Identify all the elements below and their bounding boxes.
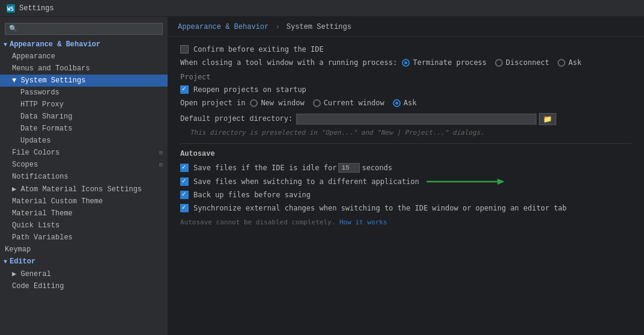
copy-icon: ⊞ bbox=[159, 149, 163, 156]
radio-terminate[interactable]: Terminate process bbox=[402, 58, 487, 67]
save-idle-checkbox[interactable] bbox=[180, 164, 189, 172]
window-title: Settings bbox=[19, 4, 54, 13]
sidebar-item-notifications[interactable]: Notifications bbox=[0, 171, 168, 183]
arrow-indicator-svg bbox=[427, 177, 505, 186]
open-project-radio-group: New window Current window Ask bbox=[250, 99, 416, 107]
sidebar-item-http-proxy[interactable]: HTTP Proxy bbox=[0, 99, 168, 111]
sidebar-item-quick-lists[interactable]: Quick Lists bbox=[0, 220, 168, 232]
sidebar-search-bar bbox=[0, 19, 168, 38]
content-area: Appearance & Behavior › System Settings … bbox=[168, 17, 644, 335]
save-switching-label: Save files when switching to a different… bbox=[193, 177, 419, 186]
reopen-projects-label: Reopen projects on startup bbox=[193, 85, 306, 94]
title-bar: WS Settings bbox=[0, 0, 644, 17]
default-dir-input[interactable] bbox=[296, 114, 536, 124]
sidebar-item-general[interactable]: ▶ General bbox=[0, 268, 168, 280]
sidebar-search-input[interactable] bbox=[5, 23, 163, 35]
copy-icon-2: ⊞ bbox=[159, 161, 163, 168]
radio-disconnect[interactable]: Disconnect bbox=[495, 58, 549, 67]
dir-browse-button[interactable]: 📁 bbox=[539, 113, 556, 125]
autosave-title: Autosave bbox=[180, 150, 632, 158]
save-idle-label: Save files if the IDE is idle for bbox=[193, 164, 336, 172]
sidebar-item-file-colors[interactable]: File Colors ⊞ bbox=[0, 147, 168, 159]
confirm-exit-checkbox[interactable] bbox=[180, 45, 189, 54]
tool-window-label: When closing a tool window with a runnin… bbox=[180, 58, 397, 67]
confirm-exit-row: Confirm before exiting the IDE bbox=[180, 45, 632, 54]
open-project-label: Open project in bbox=[180, 99, 245, 107]
save-idle-row: Save files if the IDE is idle for second… bbox=[180, 163, 632, 173]
default-dir-label: Default project directory: bbox=[180, 115, 293, 123]
radio-label-ask-tool: Ask bbox=[568, 58, 582, 67]
sidebar-item-passwords[interactable]: Passwords bbox=[0, 87, 168, 99]
sidebar-item-updates[interactable]: Updates bbox=[0, 135, 168, 147]
radio-label-current-window: Current window bbox=[324, 99, 384, 107]
radio-ask-tool[interactable]: Ask bbox=[557, 58, 582, 67]
sidebar-item-appearance[interactable]: Appearance bbox=[0, 51, 168, 63]
reopen-projects-checkbox[interactable] bbox=[180, 85, 189, 94]
open-project-row: Open project in New window Current windo… bbox=[180, 99, 632, 107]
bottom-note-text: Autosave cannot be disabled completely. bbox=[180, 218, 335, 226]
breadcrumb-separator: › bbox=[275, 23, 279, 31]
radio-btn-ask-project bbox=[393, 99, 401, 107]
radio-btn-new-window bbox=[250, 99, 258, 107]
sidebar-item-menus-toolbars[interactable]: Menus and Toolbars bbox=[0, 63, 168, 75]
sidebar-item-date-formats[interactable]: Date Formats bbox=[0, 123, 168, 135]
sidebar-item-path-variables[interactable]: Path Variables bbox=[0, 232, 168, 244]
radio-new-window[interactable]: New window bbox=[250, 99, 304, 107]
save-switching-checkbox[interactable] bbox=[180, 177, 189, 186]
sidebar-item-data-sharing[interactable]: Data Sharing bbox=[0, 111, 168, 123]
sidebar-item-scopes[interactable]: Scopes ⊞ bbox=[0, 159, 168, 171]
sidebar-item-code-editing[interactable]: Code Editing bbox=[0, 280, 168, 292]
radio-current-window[interactable]: Current window bbox=[313, 99, 384, 107]
sidebar-item-material-custom-theme[interactable]: Material Custom Theme bbox=[0, 195, 168, 207]
sidebar-item-keymap[interactable]: Keymap bbox=[0, 244, 168, 256]
how-it-works-link[interactable]: How it works bbox=[339, 218, 387, 226]
sidebar-section-editor[interactable]: ▼ Editor bbox=[0, 256, 168, 268]
default-dir-row: Default project directory: 📁 bbox=[180, 113, 632, 125]
tool-window-row: When closing a tool window with a runnin… bbox=[180, 58, 632, 67]
sync-external-label: Synchronize external changes when switch… bbox=[193, 204, 567, 212]
arrow-indicator-container bbox=[427, 177, 505, 186]
backup-checkbox[interactable] bbox=[180, 191, 189, 199]
save-idle-unit: seconds bbox=[362, 164, 392, 172]
radio-btn-disconnect bbox=[495, 59, 503, 67]
reopen-projects-row: Reopen projects on startup bbox=[180, 85, 632, 94]
tool-window-radio-group: Terminate process Disconnect Ask bbox=[402, 58, 582, 67]
radio-ask-project[interactable]: Ask bbox=[393, 99, 417, 107]
radio-label-disconnect: Disconnect bbox=[506, 58, 549, 67]
svg-text:WS: WS bbox=[7, 6, 14, 12]
breadcrumb: Appearance & Behavior › System Settings bbox=[168, 17, 644, 37]
bottom-note: Autosave cannot be disabled completely. … bbox=[180, 218, 632, 226]
settings-panel: Confirm before exiting the IDE When clos… bbox=[168, 37, 644, 235]
radio-label-terminate: Terminate process bbox=[413, 58, 487, 67]
sidebar-item-material-theme[interactable]: Material Theme bbox=[0, 207, 168, 220]
save-switching-row: Save files when switching to a different… bbox=[180, 177, 632, 186]
breadcrumb-part1[interactable]: Appearance & Behavior bbox=[178, 23, 269, 31]
sidebar-item-atom-material-icons[interactable]: ▶ Atom Material Icons Settings bbox=[0, 183, 168, 195]
backup-row: Back up files before saving bbox=[180, 191, 632, 199]
radio-label-ask-project: Ask bbox=[404, 99, 417, 107]
backup-label: Back up files before saving bbox=[193, 191, 311, 199]
section-divider bbox=[180, 143, 632, 144]
sync-external-checkbox[interactable] bbox=[180, 204, 189, 212]
chevron-down-icon-2: ▼ bbox=[4, 259, 7, 265]
save-idle-value-input[interactable] bbox=[338, 163, 360, 173]
confirm-exit-label: Confirm before exiting the IDE bbox=[193, 45, 324, 54]
breadcrumb-part2: System Settings bbox=[287, 23, 351, 31]
default-dir-hint-row: This directory is preselected in "Open..… bbox=[185, 129, 632, 137]
sidebar-item-system-settings[interactable]: ▼ System Settings bbox=[0, 75, 168, 87]
project-section-label: Project bbox=[180, 73, 632, 82]
app-icon: WS bbox=[6, 4, 16, 13]
radio-btn-ask-tool bbox=[557, 59, 565, 67]
default-dir-hint: This directory is preselected in "Open..… bbox=[190, 129, 484, 137]
radio-btn-current-window bbox=[313, 99, 321, 107]
radio-btn-terminate bbox=[402, 59, 410, 67]
sidebar-section-appearance-behavior[interactable]: ▼ Appearance & Behavior bbox=[0, 38, 168, 51]
radio-label-new-window: New window bbox=[261, 99, 304, 107]
svg-marker-3 bbox=[497, 179, 505, 185]
sync-external-row: Synchronize external changes when switch… bbox=[180, 204, 632, 212]
sidebar: ▼ Appearance & Behavior Appearance Menus… bbox=[0, 17, 168, 335]
chevron-down-icon: ▼ bbox=[4, 41, 7, 48]
